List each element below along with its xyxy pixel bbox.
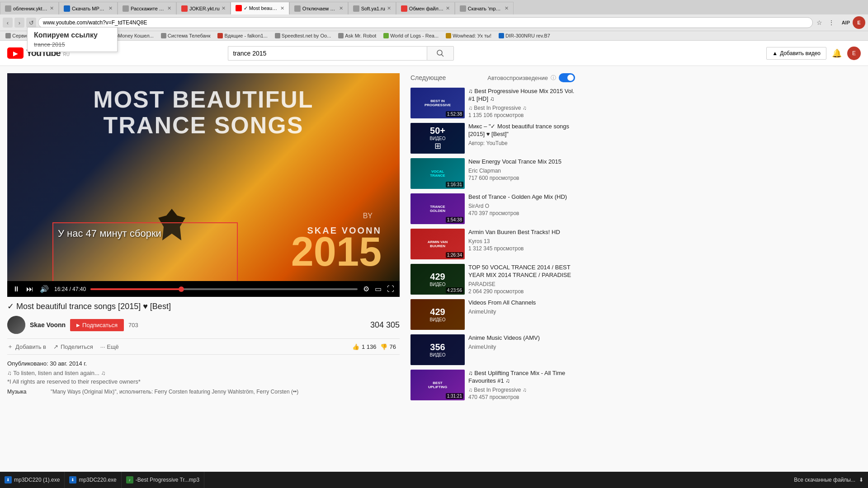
tab-9[interactable]: Скачать 'mp3DC220... ✕	[455, 2, 514, 14]
sidebar-video-title-8[interactable]: Anime Music Videos (AMV)	[468, 334, 575, 342]
address-icons: ☆ ⋮	[815, 18, 836, 28]
video-controls: ⏸ ⏭ 🔊 16:24 / 47:40 ⚙ ▭	[7, 281, 400, 297]
video-progress-bar[interactable]	[90, 288, 358, 290]
tab-bar: обленник.ykt.ru - ... ✕ Скачать MP3Direc…	[0, 0, 868, 14]
notification-button[interactable]: 🔔	[832, 48, 842, 58]
tab-close-icon[interactable]: ✕	[280, 5, 284, 11]
tab-8[interactable]: Обмен файлами Я... ✕	[396, 2, 455, 14]
forward-button[interactable]: ›	[14, 18, 24, 28]
sidebar-video-1[interactable]: BEST IN PROGRESSIVE 1:52:38 ♫ Best Progr…	[410, 88, 575, 118]
yt-search-button[interactable]	[427, 46, 454, 61]
sidebar-video-9[interactable]: BEST UPLIFTING 1:31:21 ♫ Best Uplifting …	[410, 370, 575, 400]
subscribe-button[interactable]: ▶ Подписаться	[70, 319, 124, 331]
tab-favicon	[64, 5, 70, 12]
thumbs-up-icon: 👍	[352, 343, 359, 350]
sidebar-thumbnail-9: BEST UPLIFTING 1:31:21	[410, 370, 465, 400]
video-player[interactable]: MOST BEAUTIFUL TRANCE SONGS BY SKAE VOON…	[7, 73, 400, 297]
sidebar-video-title-1[interactable]: ♫ Best Progressive House Mix 2015 Vol. #…	[468, 88, 575, 103]
tab-close-icon[interactable]: ✕	[339, 5, 343, 11]
tab-1[interactable]: обленник.ykt.ru - ... ✕	[0, 2, 59, 14]
sidebar-views-6: 2 064 290 просмотров	[468, 288, 575, 295]
dislike-button[interactable]: 👎 76	[380, 343, 396, 350]
address-input[interactable]	[38, 17, 813, 28]
tab-4[interactable]: JOKER.ykt.ru ✕	[176, 2, 231, 14]
view-count: 304 305	[370, 320, 400, 330]
tab-close-icon[interactable]: ✕	[446, 5, 450, 11]
sidebar-video-title-2[interactable]: Микс – "✓ Most beautiful trance songs [2…	[468, 123, 575, 138]
share-button[interactable]: ↗ Поделиться	[53, 343, 93, 350]
by-text: BY	[363, 212, 373, 220]
volume-button[interactable]: 🔊	[39, 284, 50, 294]
sidebar-thumbnail-8: 356 ВИДЕО	[410, 334, 465, 365]
tab-close-icon[interactable]: ✕	[222, 5, 226, 11]
sidebar-video-4[interactable]: TRANCE GOLDEN 1:54:38 Best of Trance - G…	[410, 193, 575, 224]
more-button[interactable]: ··· Ещё	[100, 343, 119, 350]
tab-favicon	[123, 5, 129, 12]
user-avatar[interactable]: E	[847, 47, 861, 60]
next-button[interactable]: ⏭	[25, 284, 34, 294]
like-button[interactable]: 👍 1 136	[352, 343, 377, 350]
tab-2[interactable]: Скачать MP3Direct... ✕	[59, 2, 118, 14]
tab-3[interactable]: Расскажите о нас - ... ✕	[118, 2, 176, 14]
url-tooltip: Копируем ссылку trance 2015	[27, 27, 118, 52]
sidebar-video-title-5[interactable]: Armin Van Buuren Best Tracks! HD	[468, 229, 575, 236]
bookmark-dir300[interactable]: DIR-300NRU rev.B7	[496, 32, 553, 39]
user-profile-button[interactable]: E	[853, 16, 865, 29]
tab-close-icon[interactable]: ✕	[50, 5, 54, 11]
tab-6[interactable]: Отключаем рекла... ✕	[289, 2, 348, 14]
tab-7[interactable]: Soft.ya1.ru ✕	[348, 2, 396, 14]
description-line1: ♫ To listen, listen and listen again... …	[7, 370, 400, 376]
yt-search-input[interactable]	[228, 46, 427, 61]
sidebar-video-title-9[interactable]: ♫ Best Uplifting Trance Mix - All Time F…	[468, 370, 575, 385]
annotations-button[interactable]: ▭	[374, 284, 382, 294]
upload-video-button[interactable]: ▲ Добавить видео	[766, 47, 826, 60]
tab-close-icon[interactable]: ✕	[167, 5, 171, 11]
sidebar-video-info-3: New Energy Vocal Trance Mix 2015 Eric Cl…	[468, 158, 575, 189]
bookmark-wowhead[interactable]: Wowhead: Ух ты!	[443, 32, 494, 39]
sidebar-duration-1: 1:52:38	[446, 111, 463, 117]
tab-label: Скачать 'mp3DC220...	[468, 6, 503, 11]
action-row: ＋ Добавить в ↗ Поделиться ··· Ещё 👍 1 13…	[7, 338, 400, 355]
sidebar-video-3[interactable]: VOCAL TRANCE 1:16:31 New Energy Vocal Tr…	[410, 158, 575, 189]
back-button[interactable]: ‹	[3, 18, 13, 28]
bookmark-worldoflogs[interactable]: World of Logs - Rea...	[381, 32, 441, 39]
sidebar-duration-5: 1:26:34	[446, 252, 463, 258]
add-to-button[interactable]: ＋ Добавить в	[7, 343, 46, 351]
bookmark-speedtest[interactable]: Speedtest.net by Oo...	[272, 32, 334, 39]
bookmark-label: World of Logs - Rea...	[390, 33, 439, 38]
sidebar-video-6[interactable]: 429 ВИДЕО 4:23:56 TOP 50 VOCAL TRANCE 20…	[410, 264, 575, 295]
tab-close-icon[interactable]: ✕	[108, 5, 113, 11]
channel-avatar[interactable]	[7, 316, 25, 334]
tab-label: Скачать MP3Direct...	[72, 6, 107, 11]
settings-button[interactable]: ⚙	[362, 284, 370, 294]
refresh-button[interactable]: ↺	[26, 18, 36, 28]
tab-close-icon[interactable]: ✕	[505, 5, 509, 11]
video-title: ✓ Most beautiful trance songs [2015] ♥ […	[7, 301, 400, 311]
sidebar-video-title-3[interactable]: New Energy Vocal Trance Mix 2015	[468, 158, 575, 166]
bookmark-label: Система Телебанк	[168, 33, 211, 38]
sidebar-video-title-4[interactable]: Best of Trance - Golden Age Mix (HD)	[468, 193, 575, 201]
tab-5-active[interactable]: ✓ Most beautiful ... ✕	[231, 2, 289, 14]
settings-icon[interactable]: ⋮	[826, 18, 836, 28]
play-pause-button[interactable]: ⏸	[12, 284, 21, 294]
sidebar-video-title-6[interactable]: TOP 50 VOCAL TRANCE 2014 / BEST YEAR MIX…	[468, 264, 575, 279]
autoplay-info-icon[interactable]: ⓘ	[551, 74, 556, 82]
sidebar-thumbnail-3: VOCAL TRANCE 1:16:31	[410, 158, 465, 189]
tab-close-icon[interactable]: ✕	[387, 5, 391, 11]
browser-chrome: обленник.ykt.ru - ... ✕ Скачать MP3Direc…	[0, 0, 868, 41]
fullscreen-button[interactable]: ⛶	[386, 284, 395, 294]
bookmark-mail[interactable]: Вдящие - falkon1...	[215, 32, 270, 39]
tab-favicon	[460, 5, 466, 12]
channel-name[interactable]: Skae Voonn	[30, 321, 66, 328]
bookmark-telebonk[interactable]: Система Телебанк	[158, 32, 213, 39]
sidebar-video-7[interactable]: 429 ВИДЕО Videos From All Channels Anime…	[410, 299, 575, 330]
tab-favicon	[401, 5, 407, 12]
sidebar-video-2[interactable]: 50+ ВИДЕО ⊞ Микс – "✓ Most beautiful tra…	[410, 123, 575, 154]
bookmark-icon[interactable]: ☆	[815, 18, 825, 28]
autoplay-toggle[interactable]	[559, 73, 575, 82]
sidebar-video-5[interactable]: ARMIN VAN BUUREN 1:26:34 Armin Van Buure…	[410, 229, 575, 259]
ctrl-right-buttons: ⚙ ▭ ⛶	[362, 284, 395, 294]
sidebar-video-title-7[interactable]: Videos From All Channels	[468, 299, 575, 307]
sidebar-video-8[interactable]: 356 ВИДЕО Anime Music Videos (AMV) Anime…	[410, 334, 575, 365]
bookmark-askrobot[interactable]: Ask Mr. Robot	[335, 32, 379, 39]
